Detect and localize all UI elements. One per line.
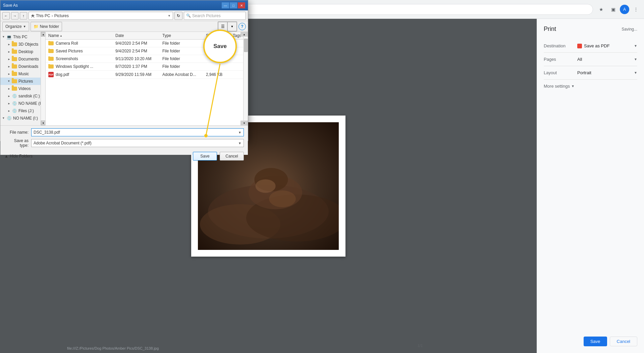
dialog-save-button[interactable]: Save xyxy=(193,152,217,161)
expand-videos: ► xyxy=(7,87,11,91)
tree-item-noname-i[interactable]: ► 💿 NO NAME (I:) xyxy=(0,100,45,107)
search-bar[interactable]: 🔍 Search Pictures xyxy=(184,12,246,20)
dialog-title: Save As xyxy=(3,3,18,8)
col-header-size[interactable]: Size xyxy=(206,33,233,38)
tree-item-sandisk[interactable]: ► 💿 sandisk (C:) xyxy=(0,92,45,100)
hide-folders-toggle[interactable]: ▲ Hide Folders xyxy=(4,154,33,159)
tree-item-documents[interactable]: ► Documents xyxy=(0,55,45,63)
tree-item-downloads[interactable]: ► Downloads xyxy=(0,63,45,70)
print-panel: Print Saving... Destination Save as PDF … xyxy=(537,19,644,353)
filetype-input[interactable]: Adobe Acrobat Document (*.pdf) ▼ xyxy=(31,139,244,147)
file-row-camera-roll[interactable]: Camera Roll 9/4/2020 2:54 PM File folder xyxy=(46,40,248,47)
path-bar[interactable]: 🟊 This PC › Pictures ▼ xyxy=(29,12,173,20)
expand-documents: ► xyxy=(7,57,11,61)
more-settings[interactable]: More settings ▼ xyxy=(544,80,637,93)
expand-desktop: ► xyxy=(7,50,11,54)
print-cancel-button[interactable]: Cancel xyxy=(610,337,637,346)
tree-label-downloads: Downloads xyxy=(18,64,38,69)
tree-label-videos: Videos xyxy=(18,86,31,91)
layout-value[interactable]: Portrait ▼ xyxy=(577,70,637,75)
bookmark-icon[interactable]: ★ xyxy=(596,4,606,15)
filetype-dropdown[interactable]: ▼ xyxy=(238,141,241,145)
layout-row: Layout Portrait ▼ xyxy=(544,66,637,80)
file-list: Name ▲ Date Type Size Tags xyxy=(46,32,248,125)
refresh-button[interactable]: ↻ xyxy=(174,12,182,20)
tree-label-desktop: Desktop xyxy=(18,49,33,54)
view-details-button[interactable]: ▼ xyxy=(227,22,237,31)
file-row-saved-pictures[interactable]: Saved Pictures 9/4/2020 2:54 PM File fol… xyxy=(46,47,248,55)
tree-item-thispc[interactable]: ► 💻 This PC xyxy=(0,33,45,41)
search-icon: 🔍 xyxy=(186,13,191,18)
folder-desktop-icon xyxy=(12,49,17,54)
dialog-cancel-button[interactable]: Cancel xyxy=(220,152,244,161)
monitor-icon: 💻 xyxy=(6,34,12,40)
tree-scrollbar: ▲ ▼ xyxy=(41,32,45,125)
path-dropdown-icon[interactable]: ▼ xyxy=(168,14,171,17)
maximize-button[interactable]: □ xyxy=(230,2,237,8)
col-header-date[interactable]: Date xyxy=(115,33,162,38)
dialog-titlebar: Save As — □ ✕ xyxy=(0,0,248,10)
file-row-dog-pdf[interactable]: PDF dog.pdf 9/29/2020 11:59 AM Adobe Acr… xyxy=(46,71,248,79)
file-scroll-up[interactable]: ▲ xyxy=(240,32,248,37)
filename-dropdown[interactable]: ▼ xyxy=(238,131,241,134)
folder-spotlight-icon xyxy=(48,64,54,69)
folder-downloads-icon xyxy=(12,64,17,69)
folder-3d-icon xyxy=(12,42,17,47)
col-header-name[interactable]: Name ▲ xyxy=(48,33,115,38)
path-folder: Pictures xyxy=(54,13,69,18)
tree-scroll-down[interactable]: ▼ xyxy=(41,121,46,125)
nav-up-button[interactable]: ↑ xyxy=(20,12,27,19)
destination-chevron: ▼ xyxy=(634,44,637,48)
tree-label-noname-bottom: NO NAME (I:) xyxy=(13,116,38,121)
name-sort-arrow: ▲ xyxy=(60,34,62,37)
destination-value[interactable]: Save as PDF ▼ xyxy=(577,43,637,48)
tree-item-noname-bottom[interactable]: ► 💿 NO NAME (I:) xyxy=(0,115,45,122)
pages-chevron: ▼ xyxy=(634,57,637,61)
avatar[interactable]: A xyxy=(620,5,629,14)
filetype-label: Save as type: xyxy=(4,138,31,148)
tree-item-music[interactable]: ► Music xyxy=(0,70,45,78)
path-pc: This PC xyxy=(36,13,50,18)
tree-item-desktop[interactable]: ► Desktop xyxy=(0,48,45,55)
tree-item-3dobjects[interactable]: ► 3D Objects xyxy=(0,41,45,48)
folder-pictures-icon xyxy=(12,79,17,84)
tree-item-pictures[interactable]: ► Pictures xyxy=(0,78,45,85)
expand-noname-bottom: ► xyxy=(2,116,6,120)
dialog-content: ► 💻 This PC ► 3D Objects ► Desktop ► Doc… xyxy=(0,32,248,125)
nav-back-button[interactable]: ← xyxy=(2,12,10,19)
file-scrollbar: ▲ ▼ xyxy=(243,32,248,125)
filename-row: File name: DSC_3138.pdf ▼ xyxy=(4,128,244,136)
file-scroll-down[interactable]: ▼ xyxy=(240,121,248,125)
expand-pictures: ► xyxy=(7,79,11,83)
new-folder-button[interactable]: 📁 New folder xyxy=(31,22,62,31)
help-button[interactable]: ? xyxy=(238,23,246,30)
path-sep: › xyxy=(52,13,53,18)
close-button[interactable]: ✕ xyxy=(238,2,245,8)
col-header-type[interactable]: Type xyxy=(162,33,206,38)
tree-scroll-up[interactable]: ▲ xyxy=(41,32,46,37)
view-toggle: ☰ ▼ xyxy=(218,21,237,32)
tree-label-documents: Documents xyxy=(18,57,39,61)
filename-input[interactable]: DSC_3138.pdf ▼ xyxy=(31,128,244,136)
menu-icon[interactable]: ⋮ xyxy=(631,4,641,15)
minimize-button[interactable]: — xyxy=(222,2,229,8)
tree-item-files-j[interactable]: ► 💿 Files (J:) xyxy=(0,107,45,115)
filetype-row: Save as type: Adobe Acrobat Document (*.… xyxy=(4,138,244,148)
dialog-bottom: File name: DSC_3138.pdf ▼ Save as type: … xyxy=(0,125,248,155)
drive-noname-bottom-icon: 💿 xyxy=(6,116,12,121)
print-save-button[interactable]: Save xyxy=(584,337,607,346)
expand-files-j: ► xyxy=(7,109,11,113)
extension-icon[interactable]: ▣ xyxy=(608,4,619,15)
expand-noname-i: ► xyxy=(7,101,11,105)
organize-button[interactable]: Organize ▼ xyxy=(2,22,29,31)
file-row-windows-spotlight[interactable]: Windows Spotlight ... 8/7/2020 1:37 PM F… xyxy=(46,63,248,71)
folder-screenshots-icon xyxy=(48,57,54,61)
view-list-button[interactable]: ☰ xyxy=(218,22,227,31)
tree-label-3d: 3D Objects xyxy=(18,42,38,47)
pdf-icon xyxy=(577,44,582,48)
tree-item-videos[interactable]: ► Videos xyxy=(0,85,45,92)
nav-forward-button[interactable]: → xyxy=(11,12,18,19)
filename-label: File name: xyxy=(4,130,31,135)
file-row-screenshots[interactable]: Screenshots 9/11/2020 10:20 AM File fold… xyxy=(46,55,248,63)
pages-value[interactable]: All ▼ xyxy=(577,57,637,62)
